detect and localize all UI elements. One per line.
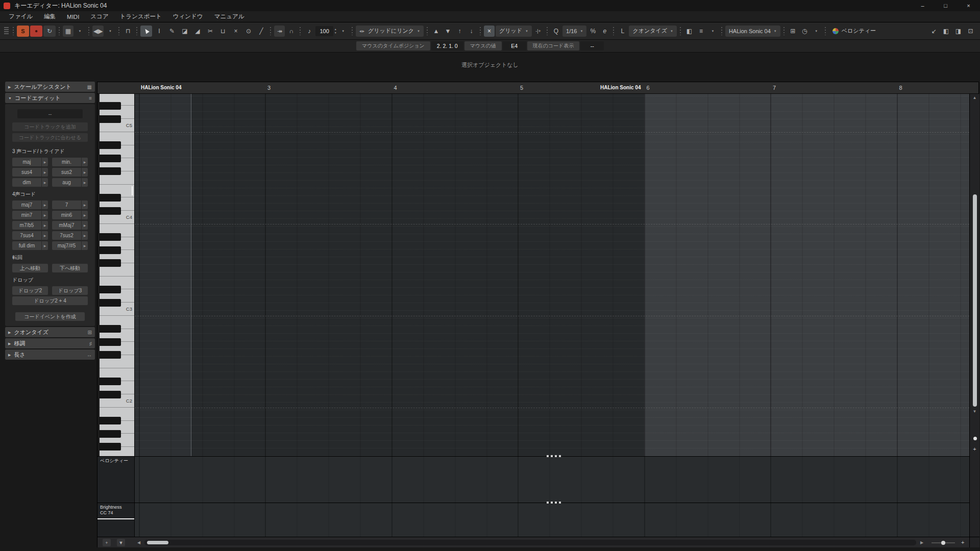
piano-black-key[interactable]: [100, 391, 121, 398]
vertical-scrollbar-thumb[interactable]: [973, 194, 977, 407]
move-down-button[interactable]: 下へ移動: [52, 264, 88, 272]
chord-button-min6[interactable]: min6▶: [52, 211, 88, 219]
chord-button-sus4[interactable]: sus4▶: [12, 168, 48, 177]
glue-tool[interactable]: ⊔: [217, 26, 229, 37]
horizontal-scrollbar-thumb[interactable]: [147, 541, 168, 544]
piano-black-key[interactable]: [100, 430, 121, 438]
create-chord-event-button[interactable]: コードイベントを作成: [15, 312, 85, 321]
minimize-button[interactable]: –: [911, 0, 934, 11]
left-zone-toggle-button[interactable]: ◧: [941, 26, 951, 37]
chord-button-7sus2[interactable]: 7sus2▶: [52, 231, 88, 240]
solo-editor-button[interactable]: S: [17, 26, 29, 37]
split-tool[interactable]: ✂: [204, 26, 216, 37]
horizontal-zoom-handle[interactable]: [941, 541, 945, 545]
piano-black-key[interactable]: [100, 325, 121, 333]
menu-item-3[interactable]: スコア: [85, 13, 114, 20]
piano-keyboard[interactable]: C5C4C3C2: [100, 94, 134, 456]
independent-loop-button[interactable]: ∩: [286, 26, 297, 37]
piano-black-key[interactable]: [100, 141, 121, 149]
chord-options-arrow-icon[interactable]: ▶: [41, 241, 48, 250]
spinner-up-icon[interactable]: ▲: [334, 28, 337, 31]
edit-mode-caret-icon[interactable]: ▼: [707, 26, 718, 37]
piano-black-key[interactable]: [100, 155, 121, 162]
nudge-button[interactable]: -|+: [533, 26, 544, 37]
lane-resize-handle[interactable]: [547, 455, 562, 457]
zoom-tool[interactable]: ⊙: [242, 26, 254, 37]
cc-lane-header[interactable]: Brightness CC 74: [97, 503, 135, 537]
scroll-up-icon[interactable]: ▲: [970, 95, 979, 100]
chord-options-arrow-icon[interactable]: ▶: [81, 201, 88, 209]
edit-mode-button[interactable]: ≡: [696, 26, 706, 37]
menu-item-4[interactable]: トランスポート: [114, 13, 167, 20]
piano-black-key[interactable]: [100, 259, 121, 267]
section-header-scale-assistant[interactable]: ▶ スケールアシスタント ▦: [5, 82, 95, 92]
piano-black-key[interactable]: [100, 167, 121, 175]
section-header-quantize[interactable]: ▶ クオンタイズ ⊞: [5, 327, 95, 337]
info-value[interactable]: E4: [503, 41, 526, 51]
soft-quantize-button[interactable]: %: [587, 26, 598, 37]
record-in-editor-button[interactable]: ●: [30, 26, 42, 37]
part-borders-button[interactable]: ⊓: [122, 26, 133, 37]
chord-button-fulldim[interactable]: full dim▶: [12, 241, 48, 250]
step-down-button[interactable]: ▼: [443, 26, 453, 37]
info-value[interactable]: 2. 2. 1. 0: [431, 41, 463, 51]
velocity-lane-header[interactable]: ベロシティー: [97, 457, 135, 503]
line-tool[interactable]: ╱: [255, 26, 267, 37]
auto-scroll-button[interactable]: ↠: [274, 26, 285, 37]
horizontal-zoom-in-icon[interactable]: +: [961, 539, 964, 545]
snap-toggle[interactable]: ×: [484, 26, 495, 37]
scroll-down-icon[interactable]: ▼: [970, 409, 979, 414]
move-up-button[interactable]: 上へ移動: [12, 264, 48, 272]
chord-button-maj7[interactable]: maj7▶: [12, 201, 48, 209]
grid-overlay-button[interactable]: ⊞: [788, 26, 798, 37]
time-format-caret-icon[interactable]: ▼: [811, 26, 822, 37]
chord-button-min.[interactable]: min.▶: [52, 158, 88, 166]
grid-type-dropdown[interactable]: グリッド ▼: [496, 26, 532, 37]
chord-button-m7/b5[interactable]: m7/b5▶: [12, 221, 48, 230]
drop3-button[interactable]: ドロップ3: [52, 286, 88, 295]
draw-tool[interactable]: ✎: [166, 26, 178, 37]
chord-options-arrow-icon[interactable]: ▶: [81, 231, 88, 240]
vertical-zoom-in-icon[interactable]: +: [970, 446, 979, 452]
velocity-caret-icon[interactable]: ▼: [338, 26, 349, 37]
grid-link-dropdown[interactable]: ◀▶ グリッドにリンク ▼: [356, 26, 424, 37]
chord-options-arrow-icon[interactable]: ▶: [81, 241, 88, 250]
vertical-zoom-handle[interactable]: [973, 437, 977, 440]
chord-options-arrow-icon[interactable]: ▶: [41, 178, 48, 187]
range-tool[interactable]: I: [153, 26, 165, 37]
toolbar-grip[interactable]: [4, 27, 9, 35]
chord-options-arrow-icon[interactable]: ▶: [41, 158, 48, 166]
velocity-spinner[interactable]: ▲▼: [334, 28, 337, 34]
midi-step-input-icon[interactable]: ♪: [304, 26, 314, 37]
chord-options-arrow-icon[interactable]: ▶: [41, 221, 48, 230]
trim-tool[interactable]: ◢: [191, 26, 203, 37]
quantize-preset-dropdown[interactable]: 1/16 ▼: [562, 26, 586, 37]
acoustic-feedback-button[interactable]: ↻: [43, 26, 56, 37]
piano-black-key[interactable]: [100, 207, 121, 215]
piano-black-key[interactable]: [100, 233, 121, 241]
piano-black-key[interactable]: [100, 102, 121, 110]
menu-item-1[interactable]: 編集: [38, 13, 61, 20]
piano-black-key[interactable]: [100, 194, 121, 202]
length-quantize-dropdown[interactable]: クオンタイズ ▼: [629, 26, 677, 37]
add-chord-track-button[interactable]: コードトラックを追加: [12, 122, 88, 131]
chord-options-arrow-icon[interactable]: ▶: [81, 221, 88, 230]
scroll-right-icon[interactable]: ▶: [920, 540, 923, 545]
note-expression-button[interactable]: ◧: [684, 26, 695, 37]
piano-black-key[interactable]: [100, 443, 121, 450]
chord-options-arrow-icon[interactable]: ▶: [81, 168, 88, 177]
time-format-button[interactable]: ◷: [799, 26, 810, 37]
part-selector-dropdown[interactable]: HALion Sonic 04 ▼: [725, 26, 780, 37]
select-tool[interactable]: [140, 26, 152, 37]
right-zone-toggle-button[interactable]: ◨: [953, 26, 964, 37]
chord-options-arrow-icon[interactable]: ▶: [41, 231, 48, 240]
chord-button-maj7/#5[interactable]: maj7/#5▶: [52, 241, 88, 250]
info-value[interactable]: --: [580, 41, 604, 51]
match-chord-track-button[interactable]: コードトラックに合わせる: [12, 133, 88, 142]
piano-black-key[interactable]: [100, 351, 121, 359]
section-header-length[interactable]: ▶ 長さ ↔: [5, 349, 95, 360]
piano-black-key[interactable]: [100, 338, 121, 346]
drop2-button[interactable]: ドロップ2: [12, 286, 48, 295]
chord-options-arrow-icon[interactable]: ▶: [81, 211, 88, 219]
horizontal-scrollbar-track[interactable]: [144, 540, 916, 545]
